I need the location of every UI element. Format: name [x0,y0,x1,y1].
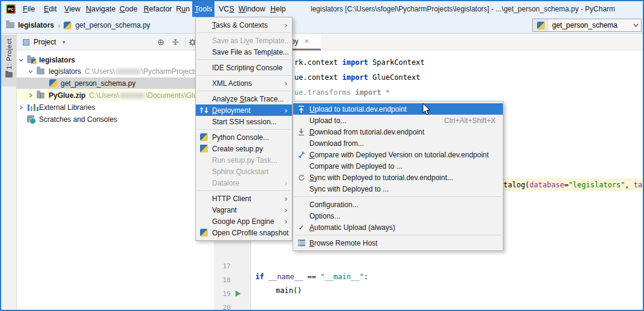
menu-item-upload-to-endpoint[interactable]: Upload to tutorial.dev.endpoint [293,103,503,115]
menu-item-compare-deployed-endpoint[interactable]: Compare with Deployed Version on tutoria… [293,149,503,160]
menu-item-google-app-engine[interactable]: Google App Engine› [196,216,292,227]
menu-separator [294,196,502,197]
tree-path: C:\Users\\Documents\Glue\ [89,91,203,100]
menu-item-automatic-upload[interactable]: ✓Automatic Upload (always) [293,222,503,233]
python-file-icon [196,145,212,152]
python-file-icon [64,22,71,29]
download-icon [293,128,309,136]
window-border-top [0,0,644,1]
breadcrumb-project[interactable]: legislators [18,21,54,29]
deployment-submenu: Upload to tutorial.dev.endpoint Upload t… [293,101,503,251]
line-number: 19 [214,290,231,298]
code-line-from-catalog[interactable]: talog(database="legislators", table [503,181,644,189]
run-configuration-select[interactable]: get_person_schema [532,19,642,32]
menu-view[interactable]: View [62,1,83,17]
compare-icon [293,151,309,159]
menu-file[interactable]: File [20,1,37,17]
menu-item-download-from-endpoint[interactable]: Download from tutorial.dev.endpoint [293,126,503,137]
menu-item-python-console[interactable]: Python Console... [196,131,292,143]
menu-item-sphinx-quickstart: Sphinx Quickstart [196,166,292,177]
expanded-chevron-icon[interactable] [28,68,34,74]
code-line-import-transforms[interactable]: ue.transforms import * [294,88,390,97]
menu-item-sync-deployed-endpoint[interactable]: Sync with Deployed to tutorial.dev.endpo… [293,172,503,183]
menu-item-ide-scripting-console[interactable]: IDE Scripting Console [196,62,292,73]
menu-vcs[interactable]: VCS [216,1,237,17]
submenu-arrow-icon: › [280,106,287,115]
menu-item-options[interactable]: Options... [293,210,503,222]
menu-item-vagrant[interactable]: Vagrant› [196,204,292,216]
tree-row-legislators-dir[interactable]: legislators C:\Users\\PycharmProjects\l [17,65,214,77]
sync-icon [293,174,309,181]
menu-item-sync-deployed-to[interactable]: Sync with Deployed to ... [293,183,503,195]
code-line-if-main[interactable]: if __name__ == "__main__": [255,273,368,281]
redacted-username [120,92,145,98]
close-icon[interactable]: × [305,37,309,46]
menu-item-analyze-stack-trace[interactable]: Analyze Stack Trace... [196,93,292,104]
menu-item-configuration[interactable]: Configuration... [293,199,503,210]
submenu-arrow-icon: › [280,205,287,214]
tool-window-stripe: 1: Project [1,34,17,310]
menu-item-tasks-contexts[interactable]: Tasks & Contexts› [196,19,292,31]
scratches-icon [26,115,36,123]
collapsed-chevron-icon[interactable] [28,92,34,98]
upload-icon [293,106,309,113]
menu-item-browse-remote-host[interactable]: Browse Remote Host [293,237,503,249]
menu-separator [197,190,291,191]
menu-item-xml-actions[interactable]: XML Actions› [196,77,292,89]
redacted-username [115,68,141,74]
collapse-all-button[interactable] [172,34,179,50]
menu-edit[interactable]: Edit [41,1,59,17]
menu-item-download-from[interactable]: Download from... [293,137,503,149]
menu-item-upload-to[interactable]: Upload to...Ctrl+Alt+Shift+X [293,115,503,126]
pycharm-window: PC File Edit View Navigate Code Refactor… [0,0,644,311]
tree-row-get-person-schema[interactable]: get_person_schema.py [17,77,214,89]
breadcrumb-file[interactable]: get_person_schema.py [75,21,150,29]
menu-separator [197,59,291,60]
menu-item-open-cprofile-snapshot[interactable]: Open CProfile snapshot [196,227,292,238]
tree-row-scratches[interactable]: Scratches and Consoles [17,113,214,125]
code-line-main-call[interactable]: main() [276,286,302,295]
window-title: legislators [C:\Users\sfogel\PycharmProj… [311,1,615,17]
menu-item-compare-deployed-to[interactable]: Compare with Deployed to ... [293,160,503,172]
code-line-import-glue[interactable]: ue.context import GlueContext [294,73,421,82]
project-tool-window-button[interactable]: 1: Project [1,35,17,86]
menu-window[interactable]: Window [236,1,267,17]
menu-help[interactable]: Help [268,1,288,17]
menu-item-create-setup-py[interactable]: Create setup.py [196,143,292,154]
title-bar: PC File Edit View Navigate Code Refactor… [1,1,643,17]
menu-navigate[interactable]: Navigate [84,1,118,17]
python-file-icon [49,79,58,87]
chevron-down-icon[interactable]: ▾ [62,34,65,50]
tree-row-external-libraries[interactable]: External Libraries [17,101,214,113]
project-panel-title[interactable]: Project [34,34,56,50]
collapsed-chevron-icon[interactable] [18,104,24,110]
tree-label: External Libraries [39,103,95,112]
run-line-icon[interactable] [235,291,241,297]
line-number: 18 [214,276,231,284]
tree-label: PyGlue.zip [49,91,85,100]
python-run-icon [533,19,548,31]
check-icon: ✓ [293,223,309,232]
menu-code[interactable]: Code [117,1,140,17]
pycharm-logo-icon: PC [6,4,16,14]
tree-label: legislators [39,56,75,64]
menu-item-start-ssh-session[interactable]: Start SSH session... [196,116,292,127]
tree-row-legislators-root[interactable]: legislators [17,54,214,65]
tree-path: C:\Users\\PycharmProjects\l [85,67,201,76]
menu-item-deployment[interactable]: Deployment › [196,104,292,116]
menu-separator [294,235,502,235]
tools-menu: Tasks & Contexts› Save as Live Template.… [195,17,293,241]
breadcrumb: legislators › get_person_schema.py [6,17,150,34]
menu-tools[interactable]: Tools [192,1,214,17]
locate-file-button[interactable]: ⊕ [157,34,165,50]
menu-item-http-client[interactable]: HTTP Client› [196,193,292,204]
menu-item-save-file-template[interactable]: Save File as Template... [196,46,292,58]
menu-run[interactable]: Run [174,1,192,17]
menu-refactor[interactable]: Refactor [141,1,174,17]
tree-row-pyglue-zip[interactable]: PyGlue.zip C:\Users\\Documents\Glue\ [17,89,214,101]
submenu-arrow-icon: › [280,20,287,29]
project-view-icon [23,39,29,46]
code-line-import-spark[interactable]: rk.context import SparkContext [294,58,425,67]
expanded-chevron-icon[interactable] [18,57,24,63]
folder-icon [36,67,46,75]
